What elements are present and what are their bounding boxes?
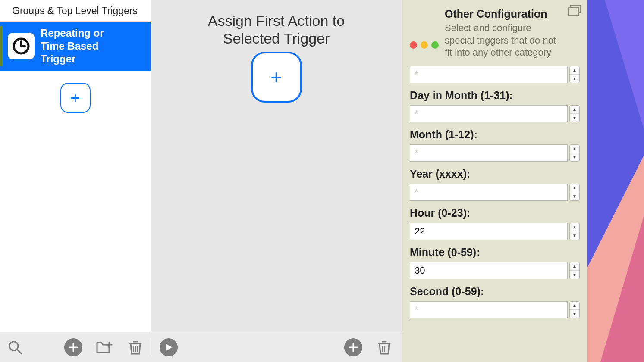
config-label-month: Month (1-12): [410,128,580,141]
new-folder-button[interactable] [95,338,113,356]
stepper[interactable]: ▲▼ [569,66,580,83]
action-title-line1: Assign First Action to [208,12,345,29]
delete-button-mid[interactable] [375,338,393,356]
clock-icon [8,33,35,59]
trash-icon [378,340,391,355]
config-label-year: Year (xxxx): [410,168,580,180]
chevron-up-icon[interactable]: ▲ [570,223,579,232]
stepper[interactable]: ▲▼ [569,144,580,162]
window-traffic-lights[interactable] [410,41,439,49]
stepper[interactable]: ▲▼ [569,301,580,318]
sidebar: Groups & Top Level Triggers Repeating or… [0,0,151,362]
trigger-enabled-indicator [0,26,3,66]
plus-icon [349,343,358,352]
config-label-minute: Minute (0-59): [410,246,580,259]
config-panel: Other Configuration Select and configure… [402,0,587,362]
plus-icon: + [270,66,282,89]
chevron-up-icon[interactable]: ▲ [570,184,579,193]
chevron-down-icon[interactable]: ▼ [570,271,579,279]
search-button[interactable] [6,338,24,356]
config-subtitle: Select and configure special triggers th… [445,22,557,59]
config-label-second: Second (0-59): [410,285,580,298]
config-title: Other Configuration [445,8,557,20]
chevron-up-icon[interactable]: ▲ [570,302,579,310]
config-input-year[interactable] [410,184,568,201]
config-field-minute: Minute (0-59): ▲▼ [410,246,580,279]
toolbar-add-button[interactable] [64,338,82,356]
search-icon [8,340,22,355]
chevron-down-icon[interactable]: ▼ [570,114,579,122]
desktop-background [587,0,644,362]
window-icon[interactable] [568,4,582,18]
config-field-second: Second (0-59): ▲▼ [410,285,580,318]
config-field-year: Year (xxxx): ▲▼ [410,168,580,201]
svg-line-11 [17,350,22,354]
config-input-hour[interactable] [410,223,568,240]
config-field-unknown: ▲▼ [410,66,580,83]
minimize-window-icon[interactable] [421,41,428,49]
stepper[interactable]: ▲▼ [569,262,580,279]
chevron-down-icon[interactable]: ▼ [570,231,579,240]
play-icon [164,343,173,352]
bottom-toolbar [0,332,402,362]
chevron-down-icon[interactable]: ▼ [570,192,579,200]
sidebar-item-repeating-trigger[interactable]: Repeating or Time Based Trigger [0,22,151,71]
action-title-line2: Selected Trigger [223,30,330,47]
stepper[interactable]: ▲▼ [569,184,580,201]
sidebar-item-label: Repeating or Time Based Trigger [41,27,127,66]
trash-icon [129,340,142,355]
config-input-month[interactable] [410,144,568,162]
config-field-hour: Hour (0-23): ▲▼ [410,207,580,240]
close-window-icon[interactable] [410,41,417,49]
config-input-minute[interactable] [410,262,568,279]
folder-plus-icon [96,340,113,354]
svg-rect-5 [569,8,579,16]
config-input-day[interactable] [410,105,568,122]
sidebar-header: Groups & Top Level Triggers [0,0,151,22]
config-label-day: Day in Month (1-31): [410,89,580,102]
config-fields: ▲▼ Day in Month (1-31): ▲▼ Month (1-12):… [402,64,587,318]
add-trigger-button[interactable]: + [60,83,91,113]
action-panel-title: Assign First Action to Selected Trigger [208,12,345,47]
config-field-month: Month (1-12): ▲▼ [410,128,580,162]
sidebar-add-wrap: + [0,83,151,113]
add-action-button[interactable]: + [251,52,302,103]
stepper[interactable]: ▲▼ [569,223,580,240]
zoom-window-icon[interactable] [431,41,439,49]
stepper[interactable]: ▲▼ [569,105,580,122]
config-field-day: Day in Month (1-31): ▲▼ [410,89,580,122]
config-input-unknown[interactable] [410,66,568,83]
chevron-up-icon[interactable]: ▲ [570,145,579,153]
action-panel: Assign First Action to Selected Trigger … [151,0,402,362]
chevron-up-icon[interactable]: ▲ [570,106,579,114]
config-input-second[interactable] [410,301,568,318]
chevron-up-icon[interactable]: ▲ [570,262,579,271]
plus-icon: + [70,88,80,108]
run-button[interactable] [160,338,178,356]
svg-marker-21 [166,344,172,351]
chevron-down-icon[interactable]: ▼ [570,310,579,318]
plus-icon [69,343,78,352]
toolbar-add-action-button[interactable] [344,338,362,356]
chevron-down-icon[interactable]: ▼ [570,153,579,161]
config-label-hour: Hour (0-23): [410,207,580,219]
chevron-up-icon[interactable]: ▲ [570,66,579,75]
delete-button-left[interactable] [126,338,145,356]
chevron-down-icon[interactable]: ▼ [570,75,579,83]
